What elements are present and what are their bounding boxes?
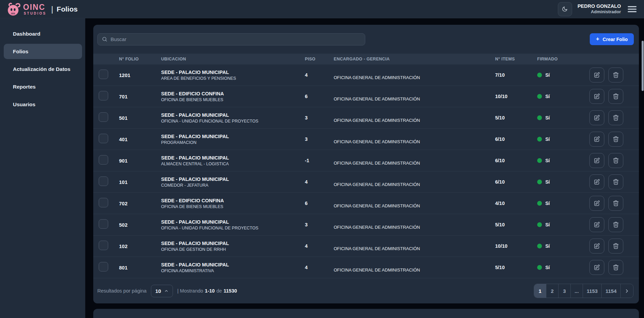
row-checkbox[interactable] [99, 155, 108, 165]
table-row: 702 SEDE - EDIFICIO CONFINA OFICINA DE B… [93, 193, 639, 214]
page-button-1153[interactable]: 1153 [583, 284, 602, 298]
delete-button[interactable] [608, 260, 623, 275]
sidebar-item-dashboard[interactable]: Dashboard [4, 26, 82, 41]
area-label: OFICINA DE BIENES MUEBLES [161, 204, 305, 209]
page-button-3[interactable]: 3 [559, 284, 571, 298]
brand-wordmark: OINC STUDIOS [23, 3, 46, 15]
delete-button[interactable] [608, 174, 623, 189]
vertical-scrollbar-thumb[interactable] [642, 41, 644, 91]
next-page-button[interactable] [621, 284, 633, 298]
gerencia-cell: OFICINA GENERAL DE ADMINISTRACIÓN [334, 96, 495, 101]
table-row: 801 SEDE - PALACIO MUNICIPAL OFICINA ADM… [93, 257, 639, 278]
edit-icon [593, 72, 600, 78]
page-button-1154[interactable]: 1154 [602, 284, 621, 298]
gerencia-cell: OFICINA GENERAL DE ADMINISTRACIÓN [334, 161, 495, 166]
user-role: Administrador [578, 9, 621, 15]
page-button-2[interactable]: 2 [546, 284, 559, 298]
row-checkbox[interactable] [99, 241, 108, 250]
topbar: OINC STUDIOS | Folios PEDRO GONZALO Admi… [0, 0, 644, 18]
pagination-bar: Resultados por página 10 | Mostrando 1-1… [93, 278, 639, 303]
sidebar-item-actualizacion-de-datos[interactable]: Actualización de Datos [4, 61, 82, 77]
delete-button[interactable] [608, 110, 623, 125]
table-row: 1201 SEDE - PALACIO MUNICIPAL AREA DE BE… [93, 64, 639, 86]
folio-cell: 801 [119, 265, 161, 270]
actions-cell [588, 196, 639, 211]
gerencia-cell: OFICINA GENERAL DE ADMINISTRACIÓN [334, 75, 495, 80]
brand-logo[interactable]: OINC STUDIOS [6, 2, 46, 16]
delete-button[interactable] [608, 89, 623, 104]
edit-button[interactable] [589, 89, 604, 104]
row-checkbox[interactable] [99, 198, 108, 207]
edit-button[interactable] [589, 239, 604, 254]
edit-button[interactable] [589, 153, 604, 168]
piso-cell: 6 [305, 201, 334, 206]
page-size-select[interactable]: 10 [151, 285, 173, 297]
piso-cell: -1 [305, 158, 334, 163]
area-label: OFICINA ADMINISTRATIVA [161, 268, 305, 273]
firmado-label: Sí [545, 222, 550, 227]
page-ellipsis[interactable]: ... [571, 284, 583, 298]
folio-cell: 501 [119, 115, 161, 121]
search-input[interactable] [111, 36, 361, 42]
row-checkbox[interactable] [99, 262, 108, 272]
row-checkbox[interactable] [99, 91, 108, 100]
edit-icon [593, 136, 600, 143]
ubicacion-cell: SEDE - PALACIO MUNICIPAL ALMACEN CENTRAL… [161, 155, 305, 166]
edit-button[interactable] [589, 174, 604, 189]
sidebar: Dashboard Folios Actualización de Datos … [0, 18, 85, 318]
table-header: N° FOLIO UBICACION PISO ENCARGADO - GERE… [93, 54, 639, 64]
delete-button[interactable] [608, 217, 623, 232]
row-checkbox[interactable] [99, 112, 108, 122]
actions-cell [588, 89, 639, 104]
checkbox-cell [99, 198, 119, 209]
table-row: 901 SEDE - PALACIO MUNICIPAL ALMACEN CEN… [93, 150, 639, 171]
folio-cell: 1201 [119, 72, 161, 78]
ubicacion-cell: SEDE - PALACIO MUNICIPAL PROGRAMACION [161, 134, 305, 145]
status-dot [537, 158, 542, 163]
page-button-1[interactable]: 1 [534, 284, 546, 298]
delete-button[interactable] [608, 132, 623, 147]
gerencia-cell: OFICINA GENERAL DE ADMINISTRACIÓN [334, 118, 495, 123]
results-per-page-label: Resultados por página [97, 288, 147, 294]
actions-cell [588, 217, 639, 232]
ubicacion-cell: SEDE - EDIFICIO CONFINA OFICINA DE BIENE… [161, 198, 305, 209]
menu-button[interactable] [626, 4, 638, 14]
edit-button[interactable] [589, 217, 604, 232]
firmado-label: Sí [545, 243, 550, 249]
sidebar-item-usuarios[interactable]: Usuarios [4, 97, 82, 112]
edit-icon [593, 243, 600, 249]
row-checkbox[interactable] [99, 219, 108, 229]
page-size-value: 10 [155, 288, 161, 294]
row-checkbox[interactable] [99, 70, 108, 79]
edit-button[interactable] [589, 260, 604, 275]
firmado-label: Sí [545, 201, 550, 206]
delete-button[interactable] [608, 196, 623, 211]
folio-cell: 101 [119, 179, 161, 185]
delete-button[interactable] [608, 239, 623, 254]
firmado-cell: Sí [537, 115, 588, 120]
sidebar-item-folios[interactable]: Folios [4, 44, 82, 59]
row-checkbox[interactable] [99, 176, 108, 186]
user-name: PEDRO GONZALO [578, 3, 621, 9]
row-checkbox[interactable] [99, 134, 108, 143]
sidebar-item-label: Folios [13, 49, 28, 55]
create-folio-button[interactable]: + Crear Folio [590, 33, 634, 45]
gerencia-cell: OFICINA GENERAL DE ADMINISTRACIÓN [334, 267, 495, 273]
edit-button[interactable] [589, 132, 604, 147]
sidebar-item-label: Usuarios [13, 101, 35, 108]
folios-card: + Crear Folio N° FOLIO UBICACION PISO EN… [93, 25, 639, 303]
delete-button[interactable] [608, 68, 623, 82]
status-dot [537, 201, 542, 206]
firmado-cell: Sí [537, 243, 588, 249]
theme-toggle-button[interactable] [558, 2, 572, 16]
edit-button[interactable] [589, 110, 604, 125]
area-label: PROGRAMACION [161, 140, 305, 145]
delete-button[interactable] [608, 153, 623, 168]
sidebar-item-reportes[interactable]: Reportes [4, 79, 82, 94]
title-separator: | [51, 4, 53, 14]
edit-button[interactable] [589, 196, 604, 211]
column-items: N° ITEMS [495, 57, 537, 61]
edit-icon [593, 179, 600, 185]
ubicacion-cell: SEDE - PALACIO MUNICIPAL COMEDOR - JEFAT… [161, 176, 305, 188]
edit-button[interactable] [589, 68, 604, 82]
